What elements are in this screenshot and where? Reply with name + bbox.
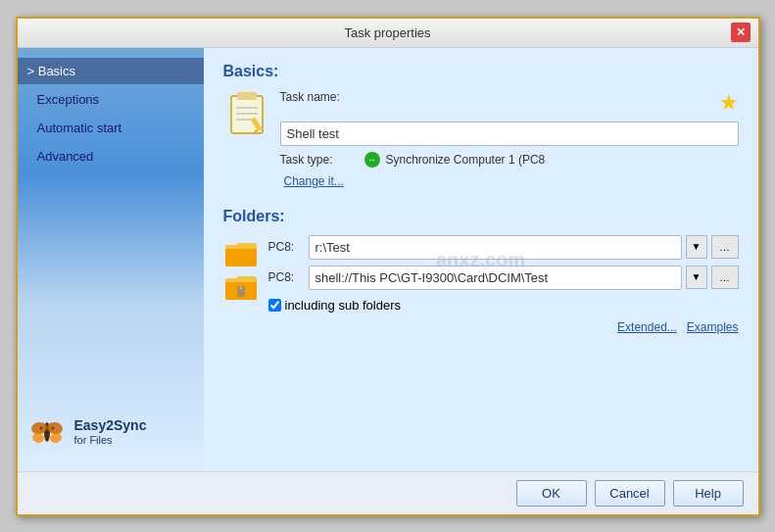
task-name-label: Task name: [280,90,359,104]
sidebar-item-automatic-start[interactable]: Automatic start [18,115,204,141]
basics-form: Task name: ★ Task type: ↔ Synchronize Co… [223,90,739,188]
sync-icon: ↔ [364,152,380,168]
title-bar: Task properties ✕ [18,19,758,48]
folder1-input-wrap: ▼ … [309,235,739,260]
basics-section: Basics: [223,63,739,188]
folders-title: Folders: [223,208,739,225]
folder-row-2: PC8: ▼ … [268,266,739,290]
sidebar-item-exceptions[interactable]: Exceptions [18,86,204,113]
folder1-input[interactable] [309,235,682,260]
window-title: Task properties [45,25,731,40]
sidebar-nav: Basics Exceptions Automatic start Advanc… [18,58,204,169]
change-it-row: Change it... [280,173,739,188]
svg-point-6 [51,426,54,429]
svg-point-4 [48,431,62,444]
folder2-browse-btn[interactable]: … [711,266,739,289]
content-area: Basics Exceptions Automatic start Advanc… [18,48,758,471]
svg-point-3 [30,431,44,444]
svg-point-15 [239,286,241,288]
folder2-input-wrap: ▼ … [309,266,739,290]
folder-icon-1 [223,239,259,268]
folder2-input[interactable] [309,266,682,290]
folder-options-row: Extended... Examples [268,320,739,334]
help-button[interactable]: Help [673,480,744,507]
folder1-browse-btn[interactable]: … [711,235,739,259]
folder-icons [223,239,259,334]
subfolders-checkbox[interactable] [268,299,281,312]
star-icon[interactable]: ★ [719,90,739,116]
footer: OK Cancel Help [18,471,758,514]
app-branding: Easy2Sync for Files [74,417,147,446]
folder-icon-2 [223,272,259,302]
task-properties-window: Task properties ✕ Basics Exceptions Auto… [16,17,760,516]
checkbox-row: including sub folders [268,298,739,313]
task-type-value: Synchronize Computer 1 (PC8 [386,153,546,167]
task-type-row: Task type: ↔ Synchronize Computer 1 (PC8 [280,152,739,168]
folder-row-1: PC8: ▼ … [268,235,739,260]
change-link[interactable]: Change it... [284,174,344,188]
folder-rows: PC8: ▼ … PC8: ▼ [223,235,739,334]
sidebar: Basics Exceptions Automatic start Advanc… [18,48,204,471]
folder2-label: PC8: [268,270,303,284]
basics-title: Basics: [223,63,739,80]
extended-link[interactable]: Extended... [617,320,677,334]
task-icon [223,90,270,137]
task-name-input[interactable] [280,121,739,146]
folder1-label: PC8: [268,240,303,254]
basics-form-header: Task name: ★ [280,90,739,116]
folder1-dropdown-btn[interactable]: ▼ [686,235,707,259]
folders-section: Folders: [223,208,739,334]
ok-button[interactable]: OK [516,480,587,507]
examples-link[interactable]: Examples [687,320,739,334]
close-button[interactable]: ✕ [731,23,751,42]
sidebar-item-basics[interactable]: Basics [18,58,204,84]
main-panel: Basics: [204,48,758,471]
sidebar-item-advanced[interactable]: Advanced [18,143,204,169]
basics-fields: Task name: ★ Task type: ↔ Synchronize Co… [280,90,739,188]
subfolders-label: including sub folders [285,298,402,313]
butterfly-icon [27,412,67,452]
task-type-label: Task type: [280,153,359,167]
folder-fields: PC8: ▼ … PC8: ▼ [268,235,739,334]
svg-point-5 [39,426,42,429]
sidebar-footer: Easy2Sync for Files [18,403,204,461]
cancel-button[interactable]: Cancel [595,480,665,507]
svg-rect-8 [237,92,257,100]
folder2-dropdown-btn[interactable]: ▼ [686,266,707,289]
